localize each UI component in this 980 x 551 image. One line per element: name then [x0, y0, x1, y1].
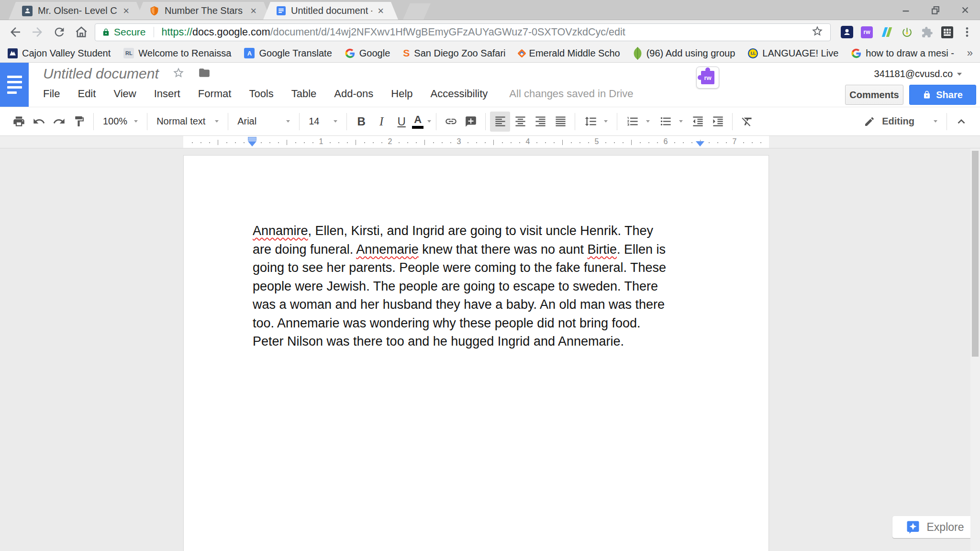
bookmark-item[interactable]: (96) Add using group — [633, 48, 735, 59]
document-line[interactable]: Peter Nilson was there too and he hugged… — [253, 332, 707, 351]
menu-table[interactable]: Table — [291, 88, 317, 100]
bookmarks-overflow-icon[interactable]: » — [967, 47, 973, 59]
align-right-button[interactable] — [530, 112, 550, 132]
extension-ext-puzzle[interactable] — [921, 26, 934, 39]
menu-insert[interactable]: Insert — [154, 88, 180, 100]
ruler[interactable]: 1234567 — [0, 136, 980, 148]
mode-select[interactable]: Editing — [859, 112, 942, 132]
align-justify-button[interactable] — [550, 112, 570, 132]
bookmark-label: Cajon Valley Student — [22, 48, 111, 59]
vertical-scrollbar[interactable] — [970, 148, 980, 551]
account-menu[interactable]: 341181@cvusd.co — [874, 68, 962, 79]
decrease-indent-button[interactable] — [688, 112, 708, 132]
bulleted-list-button[interactable] — [655, 112, 688, 132]
extension-ext-power[interactable] — [901, 26, 913, 39]
font-size-select[interactable]: 14 — [304, 112, 342, 132]
star-document-icon[interactable] — [172, 67, 185, 81]
restore-button[interactable] — [930, 5, 941, 15]
move-to-folder-icon[interactable] — [198, 67, 211, 81]
left-indent-marker[interactable] — [248, 141, 256, 146]
ruler-tick — [373, 142, 374, 143]
new-tab-button[interactable] — [403, 3, 431, 20]
increase-indent-button[interactable] — [708, 112, 728, 132]
document-line[interactable]: Annamire, Ellen, Kirsti, and Ingrid are … — [253, 222, 707, 240]
redo-button[interactable] — [49, 112, 69, 132]
share-button[interactable]: Share — [909, 85, 976, 105]
ext-lines-icon — [883, 27, 891, 37]
back-icon[interactable] — [7, 23, 24, 41]
document-line[interactable]: going to see her parents. People were co… — [253, 259, 707, 277]
document-line[interactable]: was a woman and her husband they have a … — [253, 295, 707, 314]
undo-button[interactable] — [29, 112, 49, 132]
minimize-button[interactable] — [901, 5, 911, 15]
document-page[interactable]: Annamire, Ellen, Kirsti, and Ingrid are … — [183, 155, 769, 551]
document-line[interactable]: people were Jewish. The people are going… — [253, 277, 707, 296]
font-select[interactable]: Arial — [233, 112, 295, 132]
bold-button[interactable]: B — [351, 112, 371, 132]
menu-tools[interactable]: Tools — [249, 88, 273, 100]
tab-close-icon[interactable]: × — [378, 6, 384, 16]
line-spacing-button[interactable] — [579, 112, 612, 132]
reload-icon[interactable] — [51, 23, 68, 41]
document-line[interactable]: are doing funeral. Annemarie knew that t… — [253, 240, 707, 259]
zoom-select[interactable]: 100% — [98, 112, 143, 132]
bookmark-item[interactable]: LLLANGUAGE! Live — [748, 48, 838, 59]
bookmark-item[interactable]: AGoogle Translate — [244, 48, 332, 59]
document-title[interactable]: Untitled document — [43, 66, 159, 82]
save-status[interactable]: All changes saved in Drive — [509, 88, 633, 100]
right-indent-marker[interactable] — [696, 141, 704, 146]
menu-addons[interactable]: Add-ons — [334, 88, 373, 100]
ruler-tick — [192, 142, 193, 143]
menu-file[interactable]: File — [43, 88, 60, 100]
document-line[interactable]: too. Annemarie was wondering why these p… — [253, 314, 707, 333]
browser-menu-icon[interactable] — [958, 23, 976, 41]
bookmark-item[interactable]: RLWelcome to Renaissa — [123, 48, 231, 59]
menu-accessibility[interactable]: Accessibility — [431, 88, 488, 100]
tab-close-icon[interactable]: × — [250, 6, 256, 16]
first-line-indent-marker[interactable] — [248, 137, 256, 141]
bookmark-star-icon[interactable] — [811, 25, 824, 39]
menu-view[interactable]: View — [113, 88, 136, 100]
explore-button[interactable]: Explore — [892, 516, 977, 538]
extension-ext-rw[interactable]: rw — [860, 26, 873, 39]
insert-comment-button[interactable] — [461, 112, 481, 132]
paint-format-button[interactable] — [69, 112, 89, 132]
browser-tab[interactable]: Untitled document - Goo× — [263, 2, 398, 20]
menu-format[interactable]: Format — [198, 88, 232, 100]
bookmark-item[interactable]: Google — [345, 48, 390, 59]
menu-help[interactable]: Help — [391, 88, 412, 100]
address-bar[interactable]: Secure https://docs.google.com/document/… — [95, 23, 831, 41]
paragraph-style-select[interactable]: Normal text — [152, 112, 223, 132]
scrollbar-thumb[interactable] — [972, 151, 979, 357]
docs-home-button[interactable] — [0, 63, 29, 107]
collapse-toolbar-button[interactable] — [951, 112, 971, 132]
bookmark-item[interactable]: Cajon Valley Student — [8, 48, 111, 59]
underline-button[interactable]: U — [391, 112, 412, 132]
insert-link-button[interactable] — [441, 112, 461, 132]
document-text[interactable]: Annamire, Ellen, Kirsti, and Ingrid are … — [253, 222, 707, 351]
close-window-button[interactable] — [960, 5, 970, 15]
align-left-button[interactable] — [490, 112, 510, 132]
home-icon[interactable] — [73, 23, 90, 41]
extension-ext-navy[interactable] — [840, 26, 853, 39]
menu-edit[interactable]: Edit — [78, 88, 96, 100]
browser-tab[interactable]: Mr. Olsen- Level C× — [9, 2, 144, 20]
extension-ext-grid[interactable] — [941, 26, 954, 39]
numbered-list-button[interactable] — [622, 112, 655, 132]
print-button[interactable] — [9, 112, 29, 132]
tab-close-icon[interactable]: × — [123, 6, 129, 16]
align-center-button[interactable] — [510, 112, 530, 132]
url-text[interactable]: https://docs.google.com/document/d/14wj2… — [162, 26, 811, 38]
bookmark-item[interactable]: how to draw a mesi - — [851, 48, 954, 59]
clear-formatting-button[interactable] — [737, 112, 757, 132]
readwrite-extension-popup[interactable]: rw — [696, 67, 719, 89]
security-chip[interactable]: Secure — [102, 26, 146, 38]
forward-icon[interactable] — [29, 23, 46, 41]
bookmark-item[interactable]: Emerald Middle Scho — [519, 48, 620, 59]
bookmark-item[interactable]: SSan Diego Zoo Safari — [403, 47, 505, 59]
extension-ext-lines[interactable] — [880, 26, 893, 39]
italic-button[interactable]: I — [371, 112, 391, 132]
browser-tab[interactable]: Number The Stars - Subs× — [136, 2, 271, 20]
comments-button[interactable]: Comments — [845, 85, 903, 105]
text-color-button[interactable]: A — [412, 112, 432, 132]
